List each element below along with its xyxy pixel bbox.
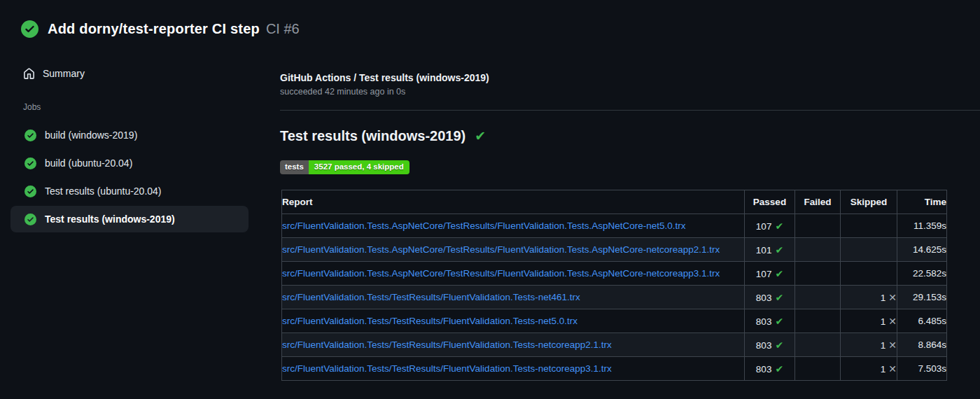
time-cell: 6.485s — [897, 309, 947, 333]
report-link[interactable]: src/FluentValidation.Tests/TestResults/F… — [282, 292, 580, 302]
skipped-count: 1 — [881, 316, 886, 327]
time-cell: 11.359s — [897, 214, 947, 238]
check-run-status: succeeded 42 minutes ago in 0s — [280, 87, 405, 97]
passed-count: 107 — [756, 221, 772, 232]
check-icon: ✔ — [775, 316, 783, 327]
skipped-count: 1 — [881, 293, 886, 303]
run-number: CI #6 — [266, 21, 300, 36]
col-header-failed: Failed — [795, 190, 841, 214]
col-header-time: Time — [897, 190, 947, 214]
col-header-report: Report — [282, 190, 745, 214]
sidebar-item-build-windows[interactable]: build (windows-2019) — [10, 122, 248, 148]
check-icon: ✔ — [775, 292, 783, 303]
report-link[interactable]: src/FluentValidation.Tests/TestResults/F… — [282, 316, 578, 326]
run-header: Add dorny/test-reporter CI stepCI #6 — [21, 20, 300, 38]
divider — [280, 110, 980, 111]
report-link[interactable]: src/FluentValidation.Tests.AspNetCore/Te… — [282, 244, 720, 255]
run-title: Add dorny/test-reporter CI step — [48, 21, 260, 36]
time-cell: 22.582s — [897, 262, 947, 286]
badge-label: tests — [280, 160, 309, 174]
skipped-cell — [841, 214, 897, 238]
table-row: src/FluentValidation.Tests.AspNetCore/Te… — [282, 238, 947, 262]
skipped-cell: 1✕ — [841, 309, 897, 333]
check-circle-icon — [24, 130, 36, 141]
section-heading: Test results (windows-2019) ✔ — [280, 128, 486, 144]
failed-cell — [795, 333, 841, 357]
passed-count: 803 — [756, 293, 772, 303]
check-icon: ✔ — [775, 363, 783, 374]
x-icon: ✕ — [888, 292, 897, 303]
passed-count: 101 — [756, 245, 772, 255]
job-label: Test results (windows-2019) — [45, 214, 175, 225]
report-link[interactable]: src/FluentValidation.Tests/TestResults/F… — [282, 363, 612, 374]
time-cell: 29.153s — [897, 286, 947, 309]
report-link[interactable]: src/FluentValidation.Tests.AspNetCore/Te… — [282, 268, 720, 279]
passed-count: 107 — [756, 269, 772, 279]
sidebar-summary-label: Summary — [43, 68, 85, 79]
skipped-cell — [841, 262, 897, 286]
job-label: Test results (ubuntu-20.04) — [45, 186, 162, 197]
failed-cell — [795, 262, 841, 286]
failed-cell — [795, 357, 841, 381]
test-results-table: Report Passed Failed Skipped Time src/Fl… — [281, 190, 947, 381]
table-row: src/FluentValidation.Tests.AspNetCore/Te… — [282, 214, 947, 238]
table-row: src/FluentValidation.Tests/TestResults/F… — [282, 333, 947, 357]
home-icon — [23, 68, 35, 80]
jobs-section-label: Jobs — [23, 102, 41, 112]
col-header-skipped: Skipped — [841, 190, 897, 214]
passed-count: 803 — [756, 364, 772, 374]
sidebar-item-build-ubuntu[interactable]: build (ubuntu-20.04) — [10, 150, 248, 176]
failed-cell — [795, 214, 841, 238]
section-title: Test results (windows-2019) — [280, 128, 465, 144]
sidebar-item-summary[interactable]: Summary — [10, 62, 248, 85]
check-icon: ✔ — [775, 340, 783, 351]
check-icon: ✔ — [775, 220, 783, 232]
check-run-title: GitHub Actions / Test results (windows-2… — [280, 72, 489, 83]
skipped-cell — [841, 238, 897, 262]
x-icon: ✕ — [888, 316, 897, 327]
x-icon: ✕ — [888, 340, 897, 351]
table-row: src/FluentValidation.Tests/TestResults/F… — [282, 309, 947, 333]
sidebar-item-test-results-ubuntu[interactable]: Test results (ubuntu-20.04) — [10, 178, 248, 204]
skipped-count: 1 — [881, 340, 886, 351]
passed-count: 803 — [756, 340, 772, 351]
workflow-run-page: Add dorny/test-reporter CI stepCI #6 Sum… — [0, 0, 980, 399]
badge-value: 3527 passed, 4 skipped — [309, 160, 410, 174]
col-header-passed: Passed — [745, 190, 795, 214]
job-label: build (ubuntu-20.04) — [45, 158, 132, 169]
failed-cell — [795, 286, 841, 309]
time-cell: 14.625s — [897, 238, 947, 262]
report-link[interactable]: src/FluentValidation.Tests.AspNetCore/Te… — [282, 220, 686, 231]
report-link[interactable]: src/FluentValidation.Tests/TestResults/F… — [282, 340, 612, 350]
table-row: src/FluentValidation.Tests/TestResults/F… — [282, 357, 947, 381]
failed-cell — [795, 309, 841, 333]
check-circle-icon — [24, 186, 36, 197]
table-header-row: Report Passed Failed Skipped Time — [282, 190, 947, 214]
time-cell: 7.503s — [897, 357, 947, 381]
check-icon: ✔ — [475, 128, 486, 144]
check-icon: ✔ — [775, 268, 783, 279]
x-icon: ✕ — [888, 363, 897, 374]
passed-count: 803 — [756, 316, 772, 327]
check-circle-icon — [24, 158, 36, 169]
skipped-cell: 1✕ — [841, 333, 897, 357]
check-circle-icon — [21, 20, 38, 38]
skipped-cell: 1✕ — [841, 286, 897, 309]
job-label: build (windows-2019) — [45, 130, 137, 141]
skipped-cell: 1✕ — [841, 357, 897, 381]
table-row: src/FluentValidation.Tests.AspNetCore/Te… — [282, 262, 947, 286]
failed-cell — [795, 238, 841, 262]
check-icon: ✔ — [775, 244, 783, 255]
tests-badge: tests 3527 passed, 4 skipped — [280, 160, 410, 174]
check-circle-icon — [24, 214, 36, 225]
skipped-count: 1 — [881, 364, 886, 374]
table-row: src/FluentValidation.Tests/TestResults/F… — [282, 286, 947, 309]
time-cell: 8.864s — [897, 333, 947, 357]
sidebar-item-test-results-windows-selected[interactable]: Test results (windows-2019) — [10, 206, 248, 232]
